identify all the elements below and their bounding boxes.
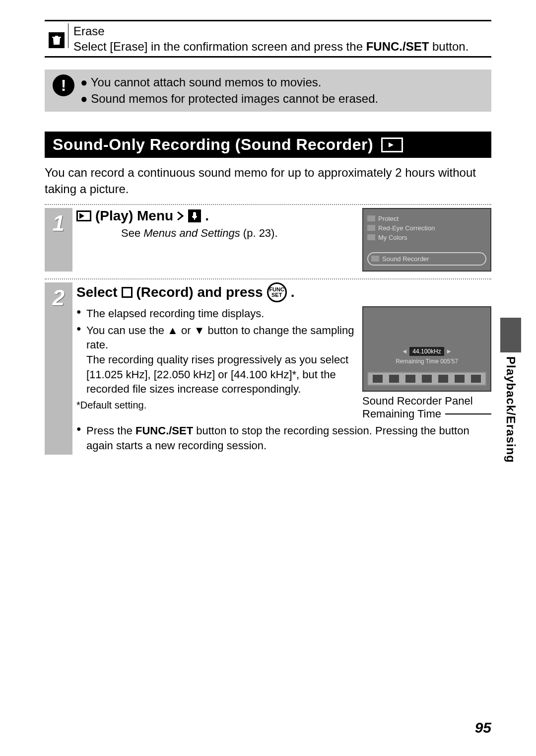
b2-a: You can use the (86, 324, 167, 337)
caution-item: Sound memos for protected images cannot … (80, 91, 378, 107)
panel-caption: Sound Recorder Panel (362, 395, 491, 408)
lcd-item: Red-Eye Correction (378, 224, 435, 232)
record-icon (389, 375, 399, 383)
erase-icon-cell (45, 23, 68, 48)
caution-box: ! You cannot attach sound memos to movie… (45, 69, 491, 112)
intro-text: You can record a continuous sound memo f… (45, 165, 491, 197)
arrow-down-icon (194, 323, 205, 338)
microphone-icon (188, 209, 201, 222)
b3-a: Press the (86, 424, 135, 437)
trash-icon (49, 32, 65, 48)
caution-list: You cannot attach sound memos to movies.… (80, 74, 378, 107)
b2-b: or (181, 324, 194, 337)
lcd-item: My Colors (378, 234, 407, 241)
step-number-column: 2 (45, 282, 72, 455)
page-number: 95 (475, 719, 491, 736)
step-2: 2 Select (Record) and press FUNC SET . T… (45, 278, 491, 455)
step1-title: (Play) Menu . (76, 208, 356, 224)
delete-icon (471, 375, 481, 383)
remaining-caption-text: Remaining Time (362, 408, 441, 420)
func-set-button-icon: FUNC SET (267, 282, 287, 302)
callout-line (445, 413, 491, 414)
step2-bullet-1: The elapsed recording time displays. (76, 306, 356, 321)
step-number: 1 (53, 211, 65, 236)
forward-icon (438, 375, 448, 383)
microphone-icon (371, 256, 379, 262)
section-tab: Playback/Erasing (500, 318, 521, 463)
exit-icon (373, 375, 383, 383)
lcd-screenshot-1: Protect Red-Eye Correction My Colors Sou… (362, 208, 491, 272)
step-number: 2 (53, 285, 65, 310)
step2-title-a: Select (76, 284, 118, 300)
play-icon (405, 375, 415, 383)
func-set-label: FUNC./SET (135, 424, 193, 437)
erase-body-pre: Select [Erase] in the confirmation scree… (73, 40, 366, 53)
arrow-up-icon (167, 323, 178, 338)
tab-marker (500, 318, 521, 352)
step2-title: Select (Record) and press FUNC SET . (76, 282, 491, 302)
erase-body-post: button. (429, 40, 469, 53)
heading-text: Sound-Only Recording (Sound Recorder) (53, 136, 373, 154)
erase-block: Erase Select [Erase] in the confirmation… (45, 20, 491, 58)
erase-title: Erase (73, 23, 469, 39)
erase-text: Erase Select [Erase] in the confirmation… (68, 23, 473, 54)
playback-mode-icon (381, 137, 403, 152)
tab-label: Playback/Erasing (504, 356, 518, 463)
step1-sub-post: (p. 23). (240, 227, 278, 239)
eye-icon (367, 225, 375, 231)
palette-icon (367, 234, 375, 240)
b2-d: The recording quality rises progressivel… (86, 353, 348, 395)
recorder-controls (367, 372, 486, 386)
lcd-highlight: Sound Recorder (367, 252, 486, 266)
playback-icon (76, 210, 91, 221)
record-icon (122, 287, 133, 298)
step1-sub-ital: Menus and Settings (143, 227, 240, 239)
rewind-icon (422, 375, 432, 383)
step-number-column: 1 (45, 208, 72, 272)
step1-sub-pre: See (121, 227, 143, 239)
step2-title-b: (Record) and press (136, 284, 263, 300)
lcd-item-selected: Sound Recorder (382, 255, 429, 263)
period: . (205, 208, 209, 224)
lcd-item: Protect (378, 215, 399, 222)
step2-bullet-2: You can use the or button to change the … (76, 323, 356, 397)
lcd-screenshot-2: ◄ 44.100kHz ► Remaining Time 005'57 (362, 306, 491, 392)
key-icon (367, 215, 375, 221)
warning-icon: ! (53, 74, 74, 96)
default-footnote: *Default setting. (76, 399, 356, 412)
period: . (291, 284, 295, 300)
volume-icon (455, 375, 465, 383)
remaining-time: Remaining Time 005'57 (367, 358, 486, 365)
sampling-rate: 44.100kHz (409, 347, 444, 356)
step2-bullet-3: Press the FUNC./SET button to stop the r… (76, 423, 491, 453)
caution-item: You cannot attach sound memos to movies. (80, 74, 378, 90)
chevron-right-icon (177, 211, 184, 220)
erase-body: Select [Erase] in the confirmation scree… (73, 39, 469, 54)
step1-title-text: (Play) Menu (95, 208, 173, 224)
step1-subtext: See Menus and Settings (p. 23). (121, 227, 356, 240)
step-1: 1 (Play) Menu . (45, 204, 491, 272)
remaining-caption: Remaining Time (362, 408, 491, 420)
section-heading: Sound-Only Recording (Sound Recorder) (45, 132, 491, 158)
func-set-label: FUNC./SET (366, 40, 429, 53)
